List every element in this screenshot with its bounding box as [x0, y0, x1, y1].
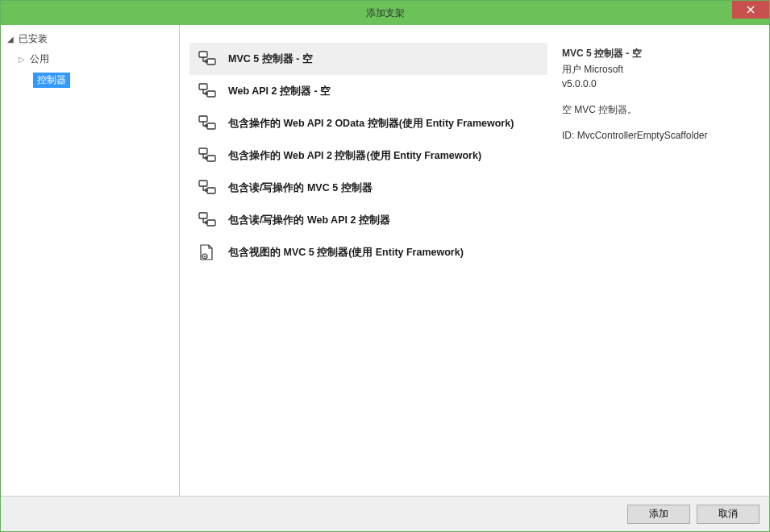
tree-item-installed[interactable]: ◢ 已安装 — [1, 29, 179, 49]
controller-icon — [198, 81, 217, 101]
svg-rect-7 — [207, 123, 215, 129]
details-panel: MVC 5 控制器 - 空 用户 Microsoft v5.0.0.0 空 MV… — [556, 25, 769, 496]
scaffold-item[interactable]: Web API 2 控制器 - 空 — [189, 75, 547, 107]
sidebar: ◢ 已安装 ▷ 公用 控制器 — [1, 25, 180, 496]
close-button[interactable] — [732, 1, 769, 19]
dialog-footer: 添加 取消 — [1, 496, 769, 531]
svg-rect-4 — [199, 84, 207, 89]
tree-item-common[interactable]: ▷ 公用 — [1, 49, 179, 69]
svg-rect-12 — [199, 213, 207, 218]
titlebar[interactable]: 添加支架 — [1, 1, 769, 25]
main-area: ◢ 已安装 ▷ 公用 控制器 MVC 5 控制器 - 空Web API 2 控制… — [1, 25, 769, 496]
details-description: 空 MVC 控制器。 — [562, 102, 755, 117]
add-button[interactable]: 添加 — [627, 505, 690, 524]
chevron-down-icon: ◢ — [7, 35, 17, 44]
tree-label-common: 公用 — [30, 52, 49, 66]
dialog-window: 添加支架 ◢ 已安装 ▷ 公用 控制器 — [0, 0, 770, 532]
details-author: 用户 Microsoft — [562, 62, 755, 77]
scaffold-item[interactable]: 包含操作的 Web API 2 OData 控制器(使用 Entity Fram… — [189, 107, 547, 139]
tree-label-installed: 已安装 — [19, 32, 48, 46]
dialog-body: ◢ 已安装 ▷ 公用 控制器 MVC 5 控制器 - 空Web API 2 控制… — [1, 25, 769, 531]
controller-view-icon — [198, 243, 217, 262]
cancel-button[interactable]: 取消 — [697, 505, 760, 524]
svg-rect-3 — [207, 59, 215, 64]
svg-rect-10 — [199, 181, 207, 186]
svg-rect-11 — [207, 188, 215, 193]
scaffold-item[interactable]: 包含视图的 MVC 5 控制器(使用 Entity Framework) — [189, 236, 547, 268]
scaffold-item-label: 包含视图的 MVC 5 控制器(使用 Entity Framework) — [228, 246, 464, 260]
controller-icon — [198, 178, 217, 197]
details-title: MVC 5 控制器 - 空 — [562, 46, 755, 60]
scaffold-list: MVC 5 控制器 - 空Web API 2 控制器 - 空包含操作的 Web … — [180, 25, 556, 496]
scaffold-item[interactable]: 包含读/写操作的 Web API 2 控制器 — [189, 204, 547, 236]
svg-rect-5 — [207, 91, 215, 97]
controller-icon — [198, 146, 217, 165]
chevron-right-icon: ▷ — [19, 55, 28, 64]
scaffold-item-label: 包含读/写操作的 MVC 5 控制器 — [228, 181, 373, 195]
scaffold-item[interactable]: 包含读/写操作的 MVC 5 控制器 — [189, 172, 547, 204]
content-area: MVC 5 控制器 - 空Web API 2 控制器 - 空包含操作的 Web … — [180, 25, 769, 496]
details-id: ID: MvcControllerEmptyScaffolder — [562, 128, 755, 143]
svg-rect-13 — [207, 220, 215, 226]
scaffold-item-label: Web API 2 控制器 - 空 — [228, 85, 331, 98]
scaffold-item[interactable]: 包含操作的 Web API 2 控制器(使用 Entity Framework) — [189, 139, 547, 172]
svg-rect-6 — [199, 116, 207, 122]
close-icon — [747, 6, 755, 14]
scaffold-item-label: 包含读/写操作的 Web API 2 控制器 — [228, 214, 390, 227]
controller-icon — [198, 49, 217, 69]
details-version: v5.0.0.0 — [562, 77, 755, 91]
scaffold-item-label: 包含操作的 Web API 2 控制器(使用 Entity Framework) — [228, 149, 481, 163]
window-title: 添加支架 — [366, 6, 405, 20]
tree-label-controller: 控制器 — [33, 73, 70, 88]
controller-icon — [198, 114, 217, 133]
controller-icon — [198, 210, 217, 230]
scaffold-item[interactable]: MVC 5 控制器 - 空 — [189, 43, 547, 75]
svg-rect-9 — [207, 156, 215, 161]
svg-rect-8 — [199, 148, 207, 154]
scaffold-item-label: 包含操作的 Web API 2 OData 控制器(使用 Entity Fram… — [228, 117, 514, 131]
svg-rect-2 — [199, 52, 207, 57]
tree-item-controller[interactable]: 控制器 — [1, 69, 179, 91]
scaffold-item-label: MVC 5 控制器 - 空 — [228, 52, 313, 66]
